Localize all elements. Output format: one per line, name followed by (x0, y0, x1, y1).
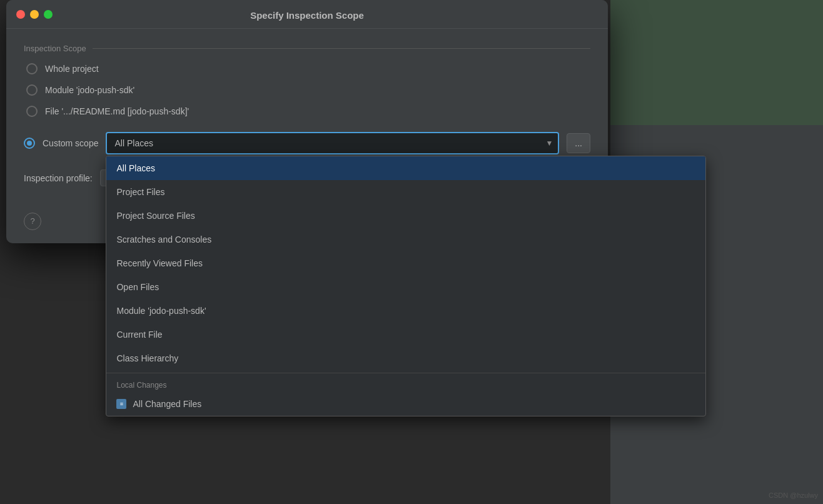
dropdown-item-recently-viewed-files[interactable]: Recently Viewed Files (106, 251, 705, 275)
minimize-button[interactable] (30, 10, 39, 19)
radio-group: Whole project Module 'jodo-push-sdk' Fil… (24, 63, 590, 117)
radio-file[interactable]: File '.../README.md [jodo-push-sdk]' (26, 106, 590, 117)
radio-circle-custom-scope (24, 138, 35, 149)
dropdown-item-all-places[interactable]: All Places (106, 156, 705, 180)
dialog-title: Specify Inspection Scope (250, 10, 364, 21)
radio-module[interactable]: Module 'jodo-push-sdk' (26, 84, 590, 96)
profile-label: Inspection profile: (24, 173, 93, 183)
radio-circle-file (26, 106, 38, 117)
radio-whole-project[interactable]: Whole project (26, 63, 590, 74)
file-icon: ≡ (116, 399, 126, 409)
dropdown-list: All Places Project Files Project Source … (106, 156, 706, 416)
section-label: Inspection Scope (24, 44, 590, 53)
scope-edit-button[interactable]: ... (567, 133, 590, 153)
scope-dropdown-wrapper: All Places ▼ All Places Project Files Pr… (106, 132, 559, 154)
dropdown-item-project-source-files[interactable]: Project Source Files (106, 204, 705, 228)
help-button[interactable]: ? (24, 213, 41, 230)
maximize-button[interactable] (44, 10, 53, 19)
dropdown-item-module-jodo[interactable]: Module 'jodo-push-sdk' (106, 299, 705, 323)
radio-circle-module (26, 84, 38, 96)
custom-scope-row: Custom scope All Places ▼ All Places Pro… (24, 132, 590, 154)
dropdown-item-scratches-and-consoles[interactable]: Scratches and Consoles (106, 228, 705, 251)
radio-label-module: Module 'jodo-push-sdk' (45, 85, 134, 95)
dropdown-item-project-files[interactable]: Project Files (106, 180, 705, 204)
custom-scope-label: Custom scope (43, 138, 98, 148)
dropdown-item-class-hierarchy[interactable]: Class Hierarchy (106, 346, 705, 370)
dialog-content: Inspection Scope Whole project Module 'j… (6, 29, 608, 211)
close-button[interactable] (16, 10, 25, 19)
watermark: CSDN @hzulwy (769, 491, 818, 499)
ide-right-top-panel (610, 0, 823, 125)
title-bar: Specify Inspection Scope (6, 0, 608, 29)
dropdown-item-open-files[interactable]: Open Files (106, 275, 705, 299)
dropdown-group-local-changes: Local Changes (106, 376, 705, 392)
radio-label-file: File '.../README.md [jodo-push-sdk]' (45, 106, 189, 116)
dropdown-divider (106, 373, 705, 373)
radio-custom-scope[interactable]: Custom scope (24, 138, 98, 149)
dropdown-item-current-file[interactable]: Current File (106, 323, 705, 346)
dropdown-item-all-changed-files[interactable]: ≡ All Changed Files (106, 392, 705, 416)
radio-label-whole-project: Whole project (45, 64, 99, 74)
radio-circle-whole-project (26, 63, 38, 74)
dialog-window: Specify Inspection Scope Inspection Scop… (6, 0, 608, 243)
scope-dropdown[interactable]: All Places (106, 132, 559, 154)
window-controls (16, 10, 53, 19)
